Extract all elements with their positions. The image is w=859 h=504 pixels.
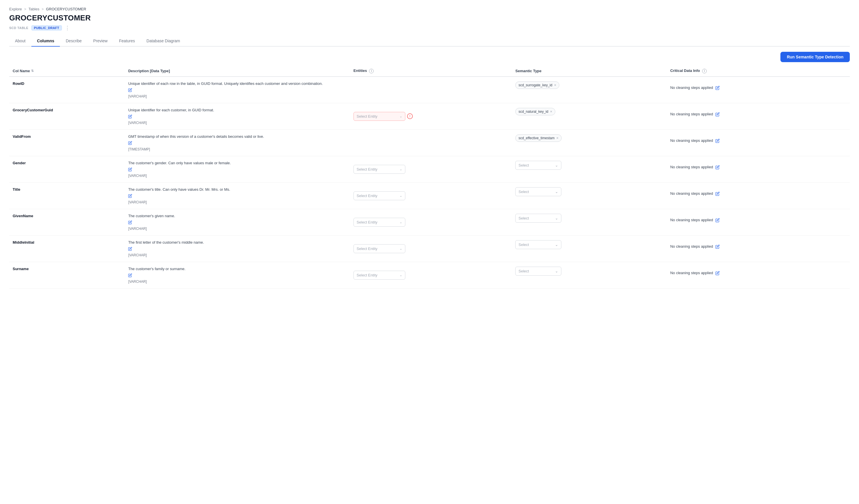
remove-semantic-type-icon[interactable]: × (550, 110, 553, 113)
entities-cell: Select Entity⌄ (350, 235, 512, 262)
edit-cdi-icon[interactable] (715, 112, 720, 117)
cdi-content: No cleaning steps applied (670, 107, 846, 117)
entity-select-dropdown[interactable]: Select Entity⌄ (353, 191, 405, 200)
semantic-type-cell: Select⌄ (512, 235, 667, 262)
tab-features[interactable]: Features (114, 36, 141, 47)
cdi-text: No cleaning steps applied (670, 85, 713, 90)
cdi-cell: No cleaning steps applied (667, 183, 850, 209)
entities-cell: Select Entity⌄! (350, 103, 512, 129)
table-row: MiddleInitialThe first letter of the cus… (9, 235, 850, 262)
tab-database-diagram[interactable]: Database Diagram (141, 36, 186, 47)
description-cell: GMT timestamp of when this version of a … (125, 129, 350, 156)
toolbar: Run Semantic Type Detection (9, 47, 850, 66)
breadcrumb-explore[interactable]: Explore (9, 7, 22, 11)
edit-description-icon[interactable] (128, 247, 132, 251)
entity-select-dropdown[interactable]: Select Entity⌄ (353, 112, 405, 121)
remove-semantic-type-icon[interactable]: × (556, 136, 558, 140)
entity-select-wrapper: Select Entity⌄! (353, 107, 508, 121)
tabs: About Columns Describe Preview Features … (9, 36, 850, 47)
breadcrumb-tables[interactable]: Tables (29, 7, 40, 11)
col-name-label: Col Name (13, 69, 30, 73)
entity-select-wrapper: Select Entity⌄ (353, 266, 508, 280)
semantic-chip-label: scd_surrogate_key_id (518, 83, 552, 87)
semantic-type-cell: scd_effective_timestam× (512, 129, 667, 156)
th-entities: Entities i (350, 66, 512, 77)
tab-describe[interactable]: Describe (60, 36, 87, 47)
cdi-content: No cleaning steps applied (670, 266, 846, 276)
cdi-text: No cleaning steps applied (670, 165, 713, 169)
entity-error-icon[interactable]: ! (407, 113, 413, 119)
edit-description-icon[interactable] (128, 194, 132, 198)
cdi-content: No cleaning steps applied (670, 81, 846, 91)
description-text: The customer's given name. (128, 213, 346, 219)
edit-description-icon[interactable] (128, 114, 132, 119)
remove-semantic-type-icon[interactable]: × (554, 83, 556, 87)
entities-cell: Select Entity⌄ (350, 209, 512, 235)
tab-columns[interactable]: Columns (31, 36, 60, 47)
data-type-label: [VARCHAR] (128, 253, 346, 258)
col-name-cell: GroceryCustomerGuid (9, 103, 125, 129)
edit-description-icon[interactable] (128, 220, 132, 224)
description-cell: The customer's given name.[VARCHAR] (125, 209, 350, 235)
edit-description-icon[interactable] (128, 273, 132, 277)
page-title: GROCERYCUSTOMER (9, 14, 850, 22)
entity-select-wrapper: Select Entity⌄ (353, 187, 508, 200)
entity-select-dropdown[interactable]: Select Entity⌄ (353, 271, 405, 280)
description-cell: The customer's gender. Can only have val… (125, 156, 350, 183)
data-type-label: [VARCHAR] (128, 226, 346, 231)
edit-description-icon[interactable] (128, 168, 132, 171)
edit-cdi-icon[interactable] (715, 86, 720, 91)
edit-description-icon[interactable] (128, 88, 132, 92)
cdi-content: No cleaning steps applied (670, 213, 846, 223)
data-type-label: [VARCHAR] (128, 94, 346, 99)
entity-select-dropdown[interactable]: Select Entity⌄ (353, 244, 405, 253)
entities-cell: Select Entity⌄ (350, 183, 512, 209)
description-cell: The customer's family or surname.[VARCHA… (125, 262, 350, 288)
data-type-label: [VARCHAR] (128, 279, 346, 284)
edit-cdi-icon[interactable] (715, 271, 720, 276)
tab-preview[interactable]: Preview (88, 36, 114, 47)
more-options-icon[interactable]: ⋮ (65, 25, 70, 31)
edit-cdi-icon[interactable] (715, 245, 720, 250)
breadcrumb-sep-2: > (42, 7, 44, 11)
semantic-type-chip: scd_effective_timestam× (515, 134, 562, 142)
description-cell: Unique identifier of each row in the tab… (125, 77, 350, 103)
data-type-label: [TIMESTAMP] (128, 147, 346, 152)
col-name-cell: Gender (9, 156, 125, 183)
th-description: Description [Data Type] (125, 66, 350, 77)
col-name-cell: MiddleInitial (9, 235, 125, 262)
semantic-type-select[interactable]: Select⌄ (515, 161, 561, 170)
sort-icon: ⇅ (31, 69, 34, 73)
edit-cdi-icon[interactable] (715, 192, 720, 197)
edit-description-icon[interactable] (128, 141, 132, 145)
entity-select-wrapper: Select Entity⌄ (353, 160, 508, 174)
semantic-type-select[interactable]: Select⌄ (515, 214, 561, 223)
entities-cell: Select Entity⌄ (350, 156, 512, 183)
semantic-type-select[interactable]: Select⌄ (515, 267, 561, 275)
breadcrumb: Explore > Tables > GROCERYCUSTOMER (9, 7, 850, 11)
entities-cell: Select Entity⌄ (350, 262, 512, 288)
run-detection-button[interactable]: Run Semantic Type Detection (780, 52, 850, 62)
table-row: ValidFromGMT timestamp of when this vers… (9, 129, 850, 156)
col-name-sort[interactable]: Col Name ⇅ (13, 69, 34, 73)
semantic-type-select[interactable]: Select⌄ (515, 240, 561, 249)
semantic-type-cell: Select⌄ (512, 183, 667, 209)
tab-about[interactable]: About (9, 36, 31, 47)
data-type-label: [VARCHAR] (128, 173, 346, 178)
entity-select-dropdown[interactable]: Select Entity⌄ (353, 165, 405, 174)
entities-cell (350, 129, 512, 156)
cdi-text: No cleaning steps applied (670, 244, 713, 249)
edit-cdi-icon[interactable] (715, 165, 720, 170)
edit-cdi-icon[interactable] (715, 218, 720, 223)
table-row: SurnameThe customer's family or surname.… (9, 262, 850, 288)
entities-info-icon[interactable]: i (369, 69, 374, 73)
cdi-cell: No cleaning steps applied (667, 156, 850, 183)
description-text: The customer's family or surname. (128, 266, 346, 272)
entities-label: Entities (353, 68, 367, 73)
semantic-type-select[interactable]: Select⌄ (515, 187, 561, 196)
edit-cdi-icon[interactable] (715, 139, 720, 144)
semantic-type-cell: scd_surrogate_key_id× (512, 77, 667, 103)
entity-select-dropdown[interactable]: Select Entity⌄ (353, 218, 405, 227)
cdi-info-icon[interactable]: i (702, 69, 707, 73)
description-label: Description [Data Type] (128, 69, 170, 73)
